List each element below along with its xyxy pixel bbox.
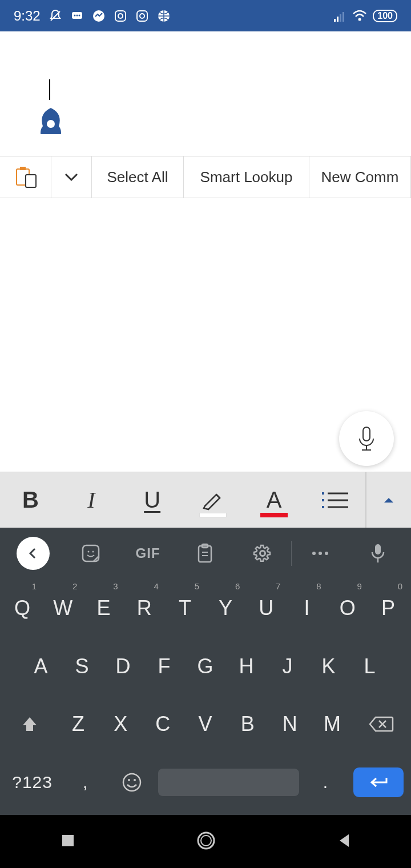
- key-z[interactable]: Z: [57, 696, 99, 754]
- svg-rect-21: [26, 175, 36, 187]
- wifi-icon: [352, 10, 367, 22]
- font-color-swatch: [260, 513, 288, 517]
- svg-point-9: [140, 14, 144, 18]
- key-w[interactable]: W2: [43, 579, 83, 637]
- space-key[interactable]: [155, 753, 303, 811]
- svg-point-33: [92, 551, 94, 553]
- key-n[interactable]: N: [269, 696, 311, 754]
- period-key[interactable]: .: [303, 753, 349, 811]
- key-k[interactable]: K: [308, 637, 349, 696]
- key-h[interactable]: H: [226, 637, 267, 696]
- sticker-icon[interactable]: [62, 528, 119, 579]
- svg-rect-16: [342, 12, 344, 22]
- svg-rect-48: [62, 835, 74, 846]
- paste-button[interactable]: [0, 156, 51, 198]
- key-x[interactable]: X: [100, 696, 142, 754]
- status-right: 100: [334, 10, 397, 22]
- highlight-button[interactable]: [183, 472, 244, 528]
- svg-point-2: [74, 14, 75, 16]
- key-e[interactable]: E3: [83, 579, 124, 637]
- navigation-bar: [0, 815, 411, 868]
- signal-icon: [334, 10, 346, 22]
- battery-badge: 100: [373, 10, 397, 22]
- key-g[interactable]: G: [185, 637, 226, 696]
- key-r[interactable]: R4: [124, 579, 165, 637]
- keyboard-row-2: ASDFGHJKL: [2, 637, 409, 696]
- paste-dropdown[interactable]: [51, 156, 91, 198]
- highlight-color-swatch: [199, 513, 227, 517]
- instagram-icon: [114, 9, 127, 23]
- cursor-handle[interactable]: [39, 102, 63, 136]
- svg-rect-25: [322, 492, 324, 495]
- shift-key[interactable]: [2, 696, 57, 754]
- key-f[interactable]: F: [144, 637, 185, 696]
- smart-lookup-button[interactable]: Smart Lookup: [184, 156, 309, 198]
- key-y[interactable]: Y6: [206, 579, 246, 637]
- key-p[interactable]: P0: [368, 579, 409, 637]
- format-toolbar: B I U A: [0, 472, 411, 528]
- svg-point-32: [87, 551, 89, 553]
- svg-rect-6: [115, 11, 126, 21]
- svg-rect-22: [363, 427, 370, 441]
- svg-point-4: [78, 14, 80, 16]
- underline-button[interactable]: U: [122, 472, 183, 528]
- svg-rect-14: [337, 17, 339, 22]
- font-color-letter: A: [267, 487, 282, 513]
- comma-key[interactable]: ,: [62, 753, 108, 811]
- document-area[interactable]: [0, 31, 411, 156]
- nav-recent-button[interactable]: [60, 833, 76, 851]
- status-time: 9:32: [14, 8, 41, 24]
- status-left: 9:32: [14, 8, 171, 24]
- expand-ribbon-button[interactable]: [365, 472, 411, 528]
- key-o[interactable]: O9: [328, 579, 368, 637]
- svg-rect-41: [375, 544, 381, 554]
- clipboard-icon[interactable]: [176, 528, 233, 579]
- keyboard-row-4: ?123 , .: [2, 753, 409, 811]
- gif-button[interactable]: GIF: [119, 528, 176, 579]
- nav-home-button[interactable]: [196, 830, 216, 853]
- italic-button[interactable]: I: [61, 472, 122, 528]
- doc-blank-area[interactable]: [0, 198, 411, 472]
- keyboard-row-3: ZXCVBNM: [2, 696, 409, 754]
- key-l[interactable]: L: [349, 637, 390, 696]
- key-q[interactable]: Q1: [2, 579, 43, 637]
- backspace-key[interactable]: [354, 696, 409, 754]
- key-d[interactable]: D: [103, 637, 144, 696]
- key-u[interactable]: U7: [246, 579, 287, 637]
- svg-rect-26: [322, 499, 324, 501]
- emoji-key[interactable]: [108, 753, 155, 811]
- sports-icon: [157, 9, 171, 23]
- svg-point-17: [358, 18, 361, 21]
- svg-point-3: [76, 14, 78, 16]
- key-a[interactable]: A: [21, 637, 62, 696]
- message-icon: [70, 9, 84, 23]
- svg-point-18: [47, 120, 55, 128]
- settings-icon[interactable]: [234, 528, 291, 579]
- keyboard-rows: Q1W2E3R4T5Y6U7I8O9P0 ASDFGHJKL ZXCVBNM ?…: [0, 579, 411, 815]
- more-icon[interactable]: [292, 528, 349, 579]
- svg-point-45: [123, 774, 140, 791]
- keyboard-row-1: Q1W2E3R4T5Y6U7I8O9P0: [2, 579, 409, 637]
- instagram-icon-2: [135, 9, 149, 23]
- key-b[interactable]: B: [227, 696, 269, 754]
- nav-back-button[interactable]: [336, 832, 351, 851]
- key-v[interactable]: V: [184, 696, 227, 754]
- voice-input-icon[interactable]: [349, 528, 406, 579]
- font-color-button[interactable]: A: [244, 472, 305, 528]
- select-all-button[interactable]: Select All: [91, 156, 184, 198]
- new-comment-button[interactable]: New Comm: [309, 156, 411, 198]
- key-i[interactable]: I8: [287, 579, 327, 637]
- key-t[interactable]: T5: [165, 579, 206, 637]
- key-c[interactable]: C: [142, 696, 184, 754]
- key-s[interactable]: S: [62, 637, 103, 696]
- keyboard-back-button[interactable]: [5, 528, 62, 579]
- dictation-button[interactable]: [339, 411, 394, 466]
- svg-point-7: [118, 14, 123, 18]
- bullet-list-button[interactable]: [304, 472, 365, 528]
- symbols-key[interactable]: ?123: [2, 753, 62, 811]
- bold-button[interactable]: B: [0, 472, 61, 528]
- key-m[interactable]: M: [311, 696, 353, 754]
- keyboard: GIF Q1W2E3R4T5Y6U7I8O9P0 ASDFGHJKL ZXCVB…: [0, 528, 411, 815]
- key-j[interactable]: J: [267, 637, 308, 696]
- enter-key[interactable]: [349, 753, 409, 811]
